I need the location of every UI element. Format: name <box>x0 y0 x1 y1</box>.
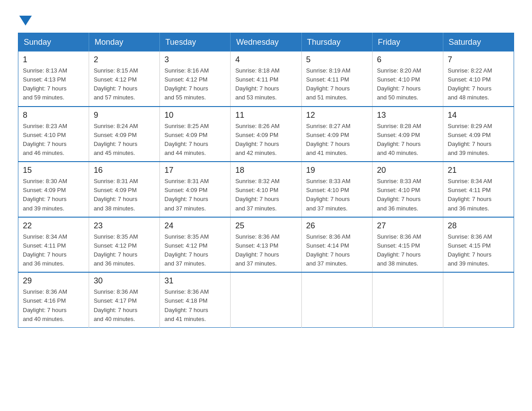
day-number: 17 <box>164 166 226 175</box>
day-info: Sunrise: 8:31 AM Sunset: 4:09 PM Dayligh… <box>94 177 155 213</box>
day-info: Sunrise: 8:32 AM Sunset: 4:10 PM Dayligh… <box>235 177 296 213</box>
day-number: 9 <box>94 111 155 120</box>
calendar-week-row: 1 Sunrise: 8:13 AM Sunset: 4:13 PM Dayli… <box>18 51 514 107</box>
day-info: Sunrise: 8:28 AM Sunset: 4:09 PM Dayligh… <box>377 122 438 158</box>
day-number: 11 <box>235 111 296 120</box>
day-number: 18 <box>235 166 296 175</box>
calendar-cell: 30 Sunrise: 8:36 AM Sunset: 4:17 PM Dayl… <box>89 272 160 327</box>
calendar-cell: 6 Sunrise: 8:20 AM Sunset: 4:10 PM Dayli… <box>372 51 443 107</box>
calendar-cell: 22 Sunrise: 8:34 AM Sunset: 4:11 PM Dayl… <box>18 217 89 273</box>
day-number: 31 <box>164 276 226 286</box>
day-number: 26 <box>306 221 368 231</box>
day-info: Sunrise: 8:19 AM Sunset: 4:11 PM Dayligh… <box>306 66 368 103</box>
day-number: 3 <box>164 55 226 64</box>
day-info: Sunrise: 8:23 AM Sunset: 4:10 PM Dayligh… <box>23 122 84 158</box>
day-number: 29 <box>23 276 84 286</box>
calendar-cell: 8 Sunrise: 8:23 AM Sunset: 4:10 PM Dayli… <box>18 107 89 162</box>
calendar-cell: 9 Sunrise: 8:24 AM Sunset: 4:09 PM Dayli… <box>89 107 160 162</box>
day-number: 15 <box>23 166 84 175</box>
day-number: 6 <box>377 55 438 64</box>
day-number: 4 <box>235 55 296 64</box>
day-number: 13 <box>377 111 438 120</box>
day-number: 21 <box>448 166 509 175</box>
day-number: 24 <box>164 221 226 231</box>
calendar-cell: 3 Sunrise: 8:16 AM Sunset: 4:12 PM Dayli… <box>160 51 231 107</box>
logo-triangle-icon <box>19 16 32 26</box>
day-info: Sunrise: 8:34 AM Sunset: 4:11 PM Dayligh… <box>23 232 84 269</box>
day-number: 2 <box>94 55 155 64</box>
day-info: Sunrise: 8:35 AM Sunset: 4:12 PM Dayligh… <box>164 232 226 269</box>
day-number: 5 <box>306 55 368 64</box>
day-number: 1 <box>23 55 84 64</box>
day-info: Sunrise: 8:36 AM Sunset: 4:15 PM Dayligh… <box>448 232 509 269</box>
weekday-header: Monday <box>89 33 160 52</box>
calendar-table: SundayMondayTuesdayWednesdayThursdayFrid… <box>18 33 514 328</box>
calendar-week-row: 15 Sunrise: 8:30 AM Sunset: 4:09 PM Dayl… <box>18 162 514 217</box>
day-number: 12 <box>306 111 368 120</box>
day-info: Sunrise: 8:13 AM Sunset: 4:13 PM Dayligh… <box>23 66 84 103</box>
day-number: 28 <box>448 221 509 231</box>
day-info: Sunrise: 8:22 AM Sunset: 4:10 PM Dayligh… <box>448 66 509 103</box>
calendar-cell: 21 Sunrise: 8:34 AM Sunset: 4:11 PM Dayl… <box>443 162 514 217</box>
weekday-header: Saturday <box>443 33 514 52</box>
page-header <box>18 13 514 24</box>
day-info: Sunrise: 8:29 AM Sunset: 4:09 PM Dayligh… <box>448 122 509 158</box>
day-info: Sunrise: 8:33 AM Sunset: 4:10 PM Dayligh… <box>377 177 438 213</box>
calendar-cell: 17 Sunrise: 8:31 AM Sunset: 4:09 PM Dayl… <box>160 162 231 217</box>
calendar-cell: 1 Sunrise: 8:13 AM Sunset: 4:13 PM Dayli… <box>18 51 89 107</box>
calendar-cell: 14 Sunrise: 8:29 AM Sunset: 4:09 PM Dayl… <box>443 107 514 162</box>
calendar-cell: 23 Sunrise: 8:35 AM Sunset: 4:12 PM Dayl… <box>89 217 160 273</box>
calendar-cell: 5 Sunrise: 8:19 AM Sunset: 4:11 PM Dayli… <box>301 51 372 107</box>
day-info: Sunrise: 8:20 AM Sunset: 4:10 PM Dayligh… <box>377 66 438 103</box>
calendar-cell: 11 Sunrise: 8:26 AM Sunset: 4:09 PM Dayl… <box>231 107 301 162</box>
calendar-week-row: 29 Sunrise: 8:36 AM Sunset: 4:16 PM Dayl… <box>18 272 514 327</box>
calendar-cell: 15 Sunrise: 8:30 AM Sunset: 4:09 PM Dayl… <box>18 162 89 217</box>
day-info: Sunrise: 8:36 AM Sunset: 4:16 PM Dayligh… <box>23 287 84 324</box>
day-info: Sunrise: 8:18 AM Sunset: 4:11 PM Dayligh… <box>235 66 296 103</box>
day-info: Sunrise: 8:36 AM Sunset: 4:13 PM Dayligh… <box>235 232 296 269</box>
day-number: 30 <box>94 276 155 286</box>
day-info: Sunrise: 8:33 AM Sunset: 4:10 PM Dayligh… <box>306 177 368 213</box>
day-number: 8 <box>23 111 84 120</box>
day-info: Sunrise: 8:34 AM Sunset: 4:11 PM Dayligh… <box>448 177 509 213</box>
day-info: Sunrise: 8:24 AM Sunset: 4:09 PM Dayligh… <box>94 122 155 158</box>
calendar-cell: 20 Sunrise: 8:33 AM Sunset: 4:10 PM Dayl… <box>372 162 443 217</box>
calendar-cell: 27 Sunrise: 8:36 AM Sunset: 4:15 PM Dayl… <box>372 217 443 273</box>
weekday-header: Thursday <box>301 33 372 52</box>
calendar-cell: 24 Sunrise: 8:35 AM Sunset: 4:12 PM Dayl… <box>160 217 231 273</box>
calendar-cell: 13 Sunrise: 8:28 AM Sunset: 4:09 PM Dayl… <box>372 107 443 162</box>
calendar-week-row: 22 Sunrise: 8:34 AM Sunset: 4:11 PM Dayl… <box>18 217 514 273</box>
day-info: Sunrise: 8:25 AM Sunset: 4:09 PM Dayligh… <box>164 122 226 158</box>
day-info: Sunrise: 8:35 AM Sunset: 4:12 PM Dayligh… <box>94 232 155 269</box>
day-info: Sunrise: 8:30 AM Sunset: 4:09 PM Dayligh… <box>23 177 84 213</box>
day-number: 27 <box>377 221 438 231</box>
calendar-cell: 2 Sunrise: 8:15 AM Sunset: 4:12 PM Dayli… <box>89 51 160 107</box>
calendar-cell: 10 Sunrise: 8:25 AM Sunset: 4:09 PM Dayl… <box>160 107 231 162</box>
day-info: Sunrise: 8:27 AM Sunset: 4:09 PM Dayligh… <box>306 122 368 158</box>
day-number: 7 <box>448 55 509 64</box>
calendar-cell: 19 Sunrise: 8:33 AM Sunset: 4:10 PM Dayl… <box>301 162 372 217</box>
day-number: 16 <box>94 166 155 175</box>
weekday-header: Friday <box>372 33 443 52</box>
day-number: 22 <box>23 221 84 231</box>
day-number: 25 <box>235 221 296 231</box>
day-info: Sunrise: 8:26 AM Sunset: 4:09 PM Dayligh… <box>235 122 296 158</box>
day-info: Sunrise: 8:31 AM Sunset: 4:09 PM Dayligh… <box>164 177 226 213</box>
day-number: 10 <box>164 111 226 120</box>
weekday-header: Sunday <box>18 33 89 52</box>
day-info: Sunrise: 8:36 AM Sunset: 4:18 PM Dayligh… <box>164 287 226 324</box>
day-info: Sunrise: 8:15 AM Sunset: 4:12 PM Dayligh… <box>94 66 155 103</box>
calendar-header: SundayMondayTuesdayWednesdayThursdayFrid… <box>18 33 514 52</box>
calendar-week-row: 8 Sunrise: 8:23 AM Sunset: 4:10 PM Dayli… <box>18 107 514 162</box>
calendar-cell: 12 Sunrise: 8:27 AM Sunset: 4:09 PM Dayl… <box>301 107 372 162</box>
logo <box>18 13 32 24</box>
calendar-cell <box>231 272 301 327</box>
calendar-cell <box>372 272 443 327</box>
calendar-cell: 31 Sunrise: 8:36 AM Sunset: 4:18 PM Dayl… <box>160 272 231 327</box>
calendar-cell: 29 Sunrise: 8:36 AM Sunset: 4:16 PM Dayl… <box>18 272 89 327</box>
calendar-cell <box>443 272 514 327</box>
day-info: Sunrise: 8:36 AM Sunset: 4:17 PM Dayligh… <box>94 287 155 324</box>
calendar-cell <box>301 272 372 327</box>
calendar-cell: 4 Sunrise: 8:18 AM Sunset: 4:11 PM Dayli… <box>231 51 301 107</box>
day-info: Sunrise: 8:16 AM Sunset: 4:12 PM Dayligh… <box>164 66 226 103</box>
